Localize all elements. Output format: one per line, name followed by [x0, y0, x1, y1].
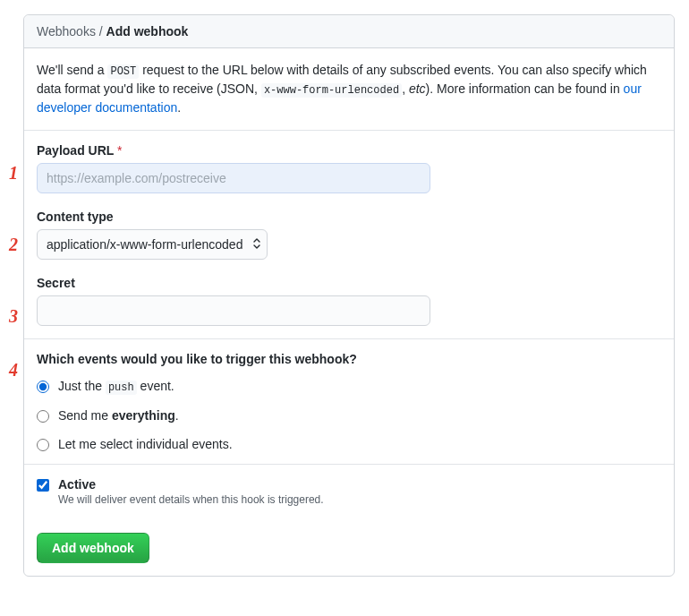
- label-text: Send me: [58, 408, 112, 423]
- label-text: .: [175, 408, 179, 423]
- events-title: Which events would you like to trigger t…: [37, 352, 661, 366]
- annotation-4: 4: [9, 360, 18, 381]
- active-row[interactable]: Active We will deliver event details whe…: [37, 477, 661, 506]
- breadcrumb-current: Add webhook: [106, 24, 189, 38]
- webhook-panel: Webhooks / Add webhook We'll send a POST…: [23, 14, 675, 577]
- active-label[interactable]: Active We will deliver event details whe…: [58, 477, 324, 506]
- required-indicator: *: [117, 143, 122, 158]
- annotation-3: 3: [9, 306, 18, 327]
- label-text: Just the: [58, 379, 106, 393]
- active-label-sub: We will deliver event details when this …: [58, 493, 324, 506]
- breadcrumb-separator: /: [99, 24, 103, 38]
- radio-row-push[interactable]: Just the push event.: [37, 379, 661, 394]
- form-fields-section: Payload URL * Content type application/x…: [24, 131, 674, 339]
- breadcrumb: Webhooks / Add webhook: [24, 15, 674, 48]
- active-checkbox[interactable]: [37, 479, 49, 492]
- everything-bold: everything: [112, 408, 175, 423]
- add-webhook-button[interactable]: Add webhook: [37, 533, 149, 563]
- push-code: push: [106, 381, 137, 395]
- payload-url-label: Payload URL *: [37, 143, 661, 158]
- secret-label: Secret: [37, 276, 661, 290]
- intro-part: ,: [402, 81, 409, 96]
- intro-code-urlencoded: x-www-form-urlencoded: [261, 83, 402, 98]
- radio-row-individual[interactable]: Let me select individual events.: [37, 437, 661, 451]
- intro-part: ). More information can be found in: [426, 81, 624, 96]
- events-section: Which events would you like to trigger t…: [24, 339, 674, 465]
- content-type-label: Content type: [37, 210, 661, 224]
- intro-text: We'll send a POST request to the URL bel…: [24, 48, 674, 131]
- footer-section: Active We will deliver event details whe…: [24, 465, 674, 576]
- annotation-1: 1: [9, 163, 18, 184]
- content-type-group: Content type application/x-www-form-urle…: [37, 210, 661, 260]
- radio-row-everything[interactable]: Send me everything.: [37, 408, 661, 423]
- intro-em: etc: [409, 81, 426, 96]
- intro-code-post: POST: [107, 64, 139, 79]
- breadcrumb-parent[interactable]: Webhooks: [37, 24, 96, 38]
- label-text: event.: [137, 379, 174, 393]
- label-text: Payload URL: [37, 143, 114, 158]
- intro-part: We'll send a: [37, 63, 107, 77]
- intro-part: .: [177, 100, 181, 115]
- secret-group: Secret: [37, 276, 661, 326]
- radio-individual-label[interactable]: Let me select individual events.: [58, 437, 233, 451]
- radio-push-label[interactable]: Just the push event.: [58, 379, 174, 394]
- content-type-select[interactable]: application/x-www-form-urlencoded: [37, 229, 268, 260]
- payload-url-input[interactable]: [37, 163, 430, 193]
- radio-individual[interactable]: [37, 439, 49, 451]
- radio-everything-label[interactable]: Send me everything.: [58, 408, 179, 423]
- active-label-main: Active: [58, 477, 96, 492]
- radio-push[interactable]: [37, 381, 49, 393]
- secret-input[interactable]: [37, 295, 430, 326]
- annotation-2: 2: [9, 235, 18, 255]
- radio-everything[interactable]: [37, 410, 49, 423]
- payload-url-group: Payload URL *: [37, 143, 661, 193]
